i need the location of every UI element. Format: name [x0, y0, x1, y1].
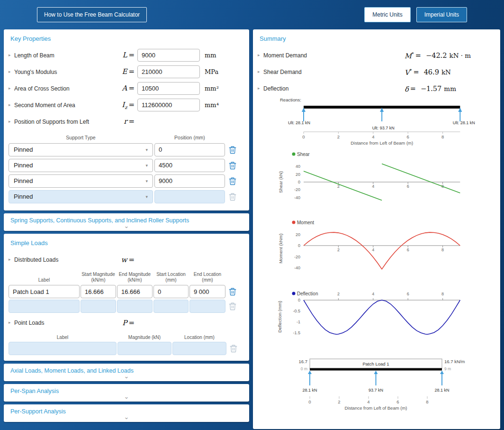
start-location-input[interactable]	[153, 300, 189, 313]
delete-support-button[interactable]	[226, 144, 239, 156]
support-type-select[interactable]: Pinned▾	[9, 174, 153, 188]
second-moment-input[interactable]	[137, 99, 200, 111]
distributed-loads-header: Label Start Magnitude(kN/m) End Magnitud…	[9, 272, 244, 283]
cross-section-area-input[interactable]	[137, 82, 200, 95]
input-column: Key Properties ▸ Length of Beam L= mm ▸ …	[4, 29, 249, 422]
svg-text:-40: -40	[294, 195, 300, 200]
svg-text:16.7: 16.7	[299, 359, 308, 364]
svg-text:-1.5: -1.5	[293, 330, 300, 335]
key-properties-card: Key Properties ▸ Length of Beam L= mm ▸ …	[4, 29, 249, 210]
point-loads-symbol: P=	[111, 319, 137, 327]
end-magnitude-input[interactable]	[117, 300, 153, 313]
svg-text:Ult: 93.7 kN: Ult: 93.7 kN	[372, 126, 395, 130]
length-input[interactable]	[137, 49, 200, 62]
svg-text:20: 20	[296, 172, 300, 177]
start-magnitude-input[interactable]	[81, 300, 116, 313]
chevron-down-icon[interactable]: ⌄	[10, 224, 243, 229]
point-loads-label: Point Loads	[14, 320, 111, 326]
load-label-input[interactable]	[9, 285, 80, 298]
support-type-select[interactable]: Pinned▾	[9, 190, 153, 203]
caret-right-icon[interactable]: ▸	[9, 257, 14, 262]
svg-text:4: 4	[372, 292, 374, 296]
distributed-load-row	[9, 285, 244, 298]
support-position-input[interactable]	[154, 174, 225, 188]
svg-text:8: 8	[441, 247, 444, 252]
caret-right-icon[interactable]: ▸	[9, 119, 14, 124]
point-location-input[interactable]	[172, 342, 226, 355]
caret-right-icon[interactable]: ▸	[9, 70, 14, 74]
supports-table-header: Support Type Position (mm)	[9, 135, 244, 140]
svg-text:4: 4	[372, 247, 374, 252]
delete-load-button[interactable]	[226, 285, 239, 298]
distributed-loads-symbol: w=	[111, 256, 137, 264]
support-type-select[interactable]: Pinned▾	[9, 159, 153, 172]
imperial-units-button[interactable]: Imperial Units	[416, 7, 467, 22]
main-content: Key Properties ▸ Length of Beam L= mm ▸ …	[0, 29, 504, 429]
svg-text:0: 0	[302, 134, 305, 139]
delete-load-button-disabled	[226, 300, 239, 312]
property-unit: mm²	[200, 85, 244, 92]
svg-text:-0.5: -0.5	[293, 309, 300, 313]
support-position-input[interactable]	[154, 159, 225, 172]
load-diagram: 16.716.7 kN/m0 m9 mPatch Load 128.1 kN93…	[258, 351, 494, 414]
caret-right-icon[interactable]: ▸	[9, 103, 14, 107]
end-location-input[interactable]	[189, 300, 225, 313]
svg-text:6: 6	[407, 292, 409, 296]
property-symbol: L=	[111, 51, 137, 60]
support-row: Pinned▾	[9, 174, 244, 188]
end-magnitude-input[interactable]	[117, 285, 153, 298]
svg-text:Distance from Left of Beam (m): Distance from Left of Beam (m)	[351, 140, 413, 146]
support-position-input[interactable]	[154, 190, 225, 203]
load-label-input[interactable]	[9, 300, 80, 313]
caret-right-icon[interactable]: ▸	[258, 53, 263, 57]
svg-text:0: 0	[298, 243, 300, 248]
svg-text:Ult: 28.1 kN: Ult: 28.1 kN	[453, 120, 475, 125]
chevron-down-icon[interactable]: ⌄	[10, 394, 243, 400]
delete-point-load-button-disabled	[227, 342, 240, 355]
support-position-input[interactable]	[154, 143, 225, 156]
svg-text:Deflection: Deflection	[297, 291, 318, 296]
summary-card: Summary ▸ Moment Demand M*=−42.2kN · m ▸…	[253, 29, 500, 429]
position-header: Position (mm)	[154, 135, 225, 140]
chevron-down-icon[interactable]: ⌄	[10, 374, 243, 380]
svg-text:2: 2	[337, 292, 340, 296]
point-label-input[interactable]	[9, 342, 117, 355]
chevron-down-icon[interactable]: ⌄	[10, 415, 243, 421]
how-to-use-button[interactable]: How to Use the Free Beam Calculator	[37, 7, 147, 22]
point-loads-row: ▸ Point Loads P=	[9, 314, 244, 331]
delete-support-button[interactable]	[226, 175, 239, 187]
svg-text:6: 6	[396, 399, 399, 404]
delete-support-button[interactable]	[226, 159, 239, 172]
svg-text:0: 0	[298, 298, 300, 302]
end-location-input[interactable]	[189, 285, 225, 298]
start-magnitude-input[interactable]	[81, 285, 116, 298]
svg-text:4: 4	[372, 184, 374, 189]
topbar: How to Use the Free Beam Calculator Metr…	[0, 0, 504, 29]
result-charts: Reactions:Ult: 28.1 kNUlt: 93.7 kNUlt: 2…	[258, 97, 495, 414]
svg-text:40: 40	[296, 164, 300, 169]
property-label: Second Moment of Area	[14, 102, 111, 109]
property-symbol: E=	[111, 67, 137, 77]
caret-right-icon[interactable]: ▸	[9, 53, 14, 57]
caret-right-icon[interactable]: ▸	[9, 320, 14, 325]
caret-right-icon[interactable]: ▸	[258, 86, 263, 91]
caret-right-icon[interactable]: ▸	[258, 70, 263, 74]
svg-text:-20: -20	[294, 187, 300, 192]
distributed-loads-label: Distributed Loads	[14, 256, 111, 263]
point-magnitude-input[interactable]	[117, 342, 171, 355]
caret-right-icon[interactable]: ▸	[9, 86, 14, 91]
svg-text:-20: -20	[294, 255, 300, 259]
moment-demand-value: M*=−42.2kN · m	[344, 51, 495, 60]
summary-label: Deflection	[263, 85, 344, 92]
youngs-modulus-input[interactable]	[137, 65, 200, 78]
svg-text:20: 20	[296, 232, 300, 237]
shear-demand-row: ▸ Shear Demand V*=46.9kN	[258, 64, 495, 80]
support-type-select[interactable]: Pinned▾	[9, 143, 153, 156]
start-location-input[interactable]	[153, 285, 189, 298]
moment-chart: Moment200-20-402468Moment (kNm)	[258, 217, 494, 287]
chevron-down-icon: ▾	[145, 163, 148, 168]
svg-text:4: 4	[372, 134, 374, 139]
metric-units-button[interactable]: Metric Units	[364, 7, 410, 22]
second-moment-row: ▸ Second Moment of Area Iz= mm⁴	[9, 97, 244, 113]
property-unit: mm⁴	[200, 101, 244, 109]
